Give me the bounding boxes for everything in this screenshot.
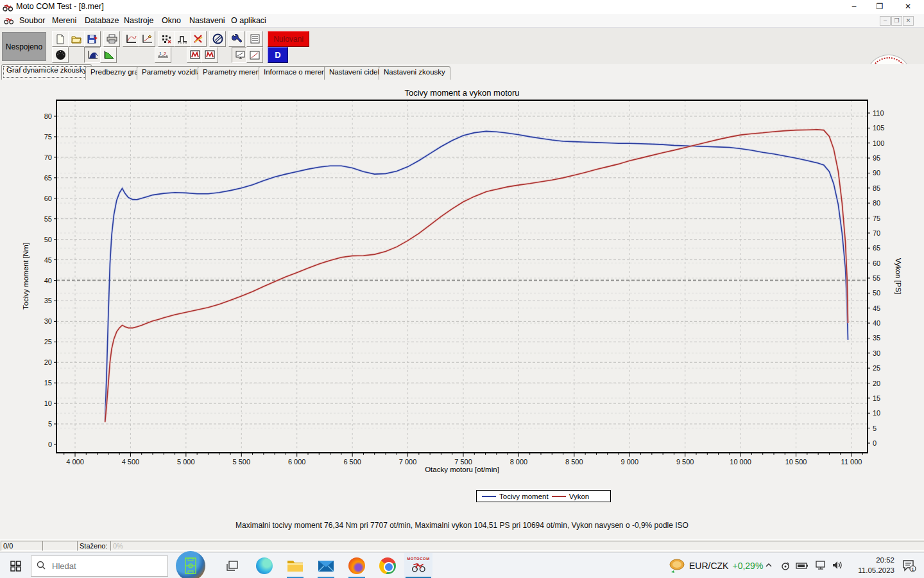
mail-icon[interactable] [312, 553, 340, 578]
right-axis-label: Vykon [PS] [894, 258, 902, 294]
menu-mereni[interactable]: Mereni [49, 15, 79, 26]
menu-nastroje[interactable]: Nastroje [121, 15, 157, 26]
motocom-taskbar-button[interactable]: MOTOCOM [404, 553, 432, 578]
nulovani-button[interactable]: Nulovani [268, 31, 309, 47]
menu-bar: Soubor Mereni Databaze Nastroje Okno Nas… [0, 14, 924, 28]
coin-icon [669, 558, 685, 574]
mdi-minimize-button[interactable]: – [880, 16, 891, 26]
svg-text:70: 70 [44, 153, 52, 161]
svg-text:7 500: 7 500 [454, 458, 472, 466]
currency-change: +0,29% [732, 561, 763, 571]
chart-title: Tocivy moment a vykon motoru [404, 88, 519, 98]
svg-text:90: 90 [873, 169, 880, 177]
chrome-icon[interactable] [373, 553, 402, 578]
svg-text:80: 80 [44, 112, 52, 120]
open-file-button[interactable] [68, 31, 85, 47]
ruler-12-button[interactable]: 12 [155, 47, 171, 63]
close-button[interactable]: ✕ [897, 0, 919, 13]
d-button[interactable]: D [268, 47, 288, 63]
football-app-icon[interactable] [176, 551, 205, 578]
restore-button[interactable]: ❐ [869, 0, 891, 13]
mdi-restore-button[interactable]: ❐ [891, 16, 902, 26]
taskbar-search[interactable] [31, 556, 168, 577]
delete-test-button[interactable] [190, 31, 207, 47]
sensor-setup-button[interactable] [228, 31, 245, 47]
print-button[interactable] [103, 31, 120, 47]
tray-chevron-up-icon[interactable] [764, 561, 773, 572]
monitor-line-icon [235, 50, 246, 60]
measured-points-button[interactable] [158, 31, 175, 47]
dyno-graph-button[interactable] [123, 31, 139, 47]
tab-parametry-vozidla[interactable]: Parametry vozidla [137, 66, 206, 80]
menu-nastaveni[interactable]: Nastaveni [187, 15, 228, 26]
svg-text:5: 5 [48, 420, 52, 428]
svg-text:6 500: 6 500 [343, 458, 361, 466]
clock[interactable]: 20:52 11.05.2023 [858, 555, 894, 575]
replay-m2-button[interactable] [201, 47, 218, 63]
tab-nastaveni-zkousky[interactable]: Nastaveni zkousky [379, 66, 450, 80]
svg-text:65: 65 [873, 244, 880, 252]
status-counter: 0/0 [1, 541, 43, 551]
currency-pair: EUR/CZK [689, 561, 728, 571]
step-signal-button[interactable] [174, 31, 191, 47]
m-curve-icon-1 [190, 50, 200, 60]
start-button[interactable] [0, 553, 31, 578]
edge-icon[interactable] [250, 553, 278, 578]
clock-date: 11.05.2023 [858, 565, 894, 575]
menu-databaze[interactable]: Databaze [82, 15, 122, 26]
search-icon [37, 561, 46, 572]
speaker-icon[interactable] [832, 561, 843, 572]
tab-graf-dynamicke-zkousky[interactable]: Graf dynamicke zkousky [1, 64, 92, 80]
new-document-button[interactable] [52, 31, 69, 47]
svg-text:35: 35 [873, 334, 880, 342]
status-empty-panel [42, 541, 78, 551]
notification-center-icon[interactable]: 1 [902, 559, 916, 575]
file-explorer-icon[interactable] [281, 553, 309, 578]
throttle-gauge-button[interactable] [52, 47, 69, 63]
search-input[interactable] [51, 561, 150, 572]
svg-text:70: 70 [873, 229, 880, 237]
svg-text:45: 45 [873, 304, 880, 312]
svg-text:65: 65 [44, 174, 52, 182]
svg-text:80: 80 [873, 199, 880, 207]
diagonal-graph-button[interactable] [246, 47, 263, 63]
minimize-button[interactable]: – [843, 0, 865, 13]
data-list-button[interactable] [246, 31, 263, 47]
svg-text:50: 50 [873, 289, 880, 297]
tab-informace-o-mereni[interactable]: Informace o mereni [259, 66, 332, 80]
menu-soubor[interactable]: Soubor [17, 15, 47, 26]
svg-text:1: 1 [159, 51, 162, 56]
tray-app-icon[interactable] [780, 561, 791, 574]
svg-text:25: 25 [873, 364, 880, 372]
graph-edit-button[interactable] [139, 31, 155, 47]
svg-text:15: 15 [873, 394, 880, 402]
firefox-icon[interactable] [343, 553, 371, 578]
svg-text:110: 110 [873, 109, 884, 117]
tab-parametry-mereni[interactable]: Parametry mereni [198, 66, 266, 80]
svg-text:0: 0 [873, 439, 877, 447]
stop-circle-button[interactable] [209, 31, 226, 47]
svg-text:30: 30 [873, 349, 880, 357]
menu-o-aplikaci[interactable]: O aplikaci [228, 15, 269, 26]
torque-graph-button[interactable] [84, 47, 101, 63]
wrench-icon [232, 34, 243, 44]
tab-nastaveni-cidel[interactable]: Nastaveni cidel [324, 66, 384, 80]
task-view-button[interactable] [218, 553, 246, 578]
graph-curve-icon [126, 34, 137, 44]
svg-text:8 000: 8 000 [510, 458, 528, 466]
save-as-button[interactable] [84, 31, 101, 47]
network-icon[interactable] [815, 561, 826, 572]
toolbar: Nespojeno Nulovani [0, 28, 924, 65]
currency-widget[interactable]: EUR/CZK +0,29% [669, 553, 763, 578]
battery-icon[interactable] [796, 561, 809, 572]
power-graph-button[interactable] [100, 47, 117, 63]
list-icon [250, 34, 260, 44]
svg-text:85: 85 [873, 184, 880, 192]
ruler-icon: 12 [157, 50, 169, 60]
menu-okno[interactable]: Okno [159, 15, 184, 26]
svg-text:45: 45 [44, 256, 52, 264]
status-stazeno-value: 0% [110, 541, 924, 551]
svg-text:9 000: 9 000 [621, 458, 639, 466]
mdi-close-button[interactable]: ✕ [903, 16, 914, 26]
app-motorcycle-icon-small [4, 15, 13, 27]
